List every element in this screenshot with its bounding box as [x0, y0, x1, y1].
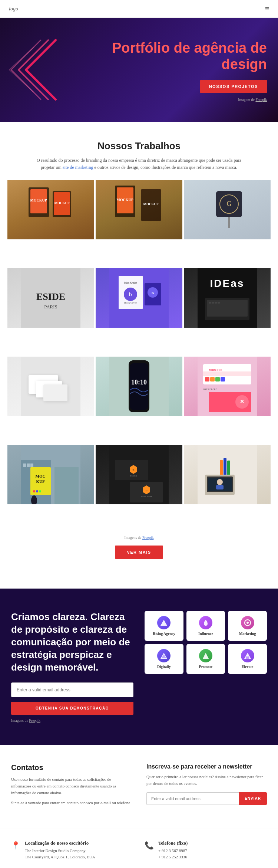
svg-text:Book Cover: Book Cover: [124, 301, 137, 304]
svg-text:JOHN DOE: JOHN DOE: [209, 369, 222, 371]
svg-point-65: [39, 490, 41, 492]
svg-text:D: D: [145, 489, 147, 492]
svg-rect-86: [216, 485, 224, 489]
demo-email-input[interactable]: [11, 682, 133, 697]
hex-cards-svg: D DESIGN D MARK NAME: [109, 445, 169, 504]
svg-rect-47: [205, 377, 209, 381]
logo-card-elevate[interactable]: Elevate: [228, 644, 267, 674]
nossos-projetos-button[interactable]: NOSSOS PROJETOS: [200, 80, 267, 93]
hero-title: Portfólio de agência de design: [67, 40, 267, 72]
location-title: Localização do nosso escritório: [25, 840, 95, 846]
ideas-svg: IDEas: [198, 268, 257, 328]
works-section: Nossos Trabalhos O resultado do processo…: [0, 122, 278, 589]
portfolio-item-desk[interactable]: [184, 445, 271, 532]
svg-text:b: b: [129, 292, 132, 297]
svg-rect-32: [215, 302, 217, 304]
hero-section: Portfólio de agência de design NOSSOS PR…: [0, 18, 278, 122]
phone-number-1: + 912 3 567 8987: [158, 848, 188, 854]
svg-rect-41: [130, 363, 148, 410]
hero-credit-link[interactable]: Freepik: [255, 98, 267, 102]
clarity-title: Criamos clareza. Clareza de propósito e …: [11, 611, 133, 674]
digitally-svg: [160, 652, 168, 660]
eside-svg: ESIDE PARIS: [21, 268, 80, 328]
svg-rect-58: [27, 464, 30, 467]
portfolio-item-biz-cards[interactable]: JOHN DOE GRE COLORE ✕: [184, 357, 271, 443]
location-address-1: The Interior Design Studio Company: [25, 848, 95, 854]
svg-rect-50: [221, 377, 225, 381]
digitally-label: Digitally: [157, 665, 171, 669]
svg-rect-31: [212, 302, 214, 304]
freepik-clarity-link[interactable]: Freepik: [29, 718, 40, 723]
contacts-right: Inscreva-se para receber a newsletter Qu…: [146, 763, 267, 810]
svg-rect-67: [54, 467, 79, 504]
food-mockup-svg-1: MOCKUP MOCKUP: [21, 180, 80, 239]
svg-text:MARK NAME: MARK NAME: [141, 495, 152, 497]
marketing-svg: [244, 619, 252, 627]
ver-mais-button[interactable]: VER MAIS: [115, 546, 163, 559]
phone-mockup-svg: 10:10: [109, 357, 169, 416]
logo-card-influence[interactable]: Influence: [186, 611, 225, 641]
logo-card-rising[interactable]: Rising Agency: [145, 611, 183, 641]
portfolio-item-eside[interactable]: ESIDE PARIS: [7, 268, 94, 355]
portfolio-item-food-2[interactable]: MOCKUP MOCKUP: [96, 180, 182, 267]
portfolio-item-ideas[interactable]: IDEas: [184, 268, 271, 355]
newsletter-form: ENVIAR: [146, 792, 267, 805]
svg-rect-38: [43, 384, 67, 401]
hero-content: Portfólio de agência de design NOSSOS PR…: [67, 40, 267, 102]
newsletter-email-input[interactable]: [146, 792, 239, 805]
svg-text:GRE COLORE: GRE COLORE: [203, 388, 217, 390]
biz-cards-svg: JOHN DOE GRE COLORE ✕: [198, 357, 257, 416]
clarity-credit: Imagens de Freepik: [11, 718, 133, 723]
phone-number-2: + 912 5 252 3336: [158, 854, 188, 861]
portfolio-item-white-cards[interactable]: [7, 357, 94, 443]
promote-icon: [199, 649, 212, 662]
portfolio-item-food-1[interactable]: MOCKUP MOCKUP: [7, 180, 94, 267]
contacts-left: Contatos Use nosso formulário de contato…: [11, 763, 132, 810]
location-content: Localização do nosso escritório The Inte…: [25, 840, 95, 861]
clarity-right: Rising Agency Influence Marketing: [145, 611, 267, 674]
svg-text:MOC: MOC: [36, 474, 46, 478]
works-description: O resultado do processo de branding da n…: [35, 157, 243, 171]
svg-text:MOCKUP: MOCKUP: [143, 202, 159, 206]
logo-card-marketing[interactable]: Marketing: [228, 611, 267, 641]
phone-title: Telefone (fixo): [158, 840, 188, 846]
marketing-link[interactable]: site de marketing: [63, 165, 93, 170]
digitally-icon: [157, 649, 171, 662]
svg-rect-49: [215, 377, 220, 381]
portfolio-item-phone[interactable]: 10:10: [96, 357, 182, 443]
svg-rect-14: [228, 217, 230, 228]
logo-card-promote[interactable]: Promote: [186, 644, 225, 674]
svg-text:PARIS: PARIS: [44, 304, 57, 309]
logo-card-digitally[interactable]: Digitally: [145, 644, 183, 674]
demo-button[interactable]: OBTENHA SUA DEMONSTRAÇÃO: [11, 702, 133, 715]
svg-point-63: [33, 490, 35, 492]
hero-arrows-decoration: [0, 18, 74, 122]
svg-text:DESIGN: DESIGN: [130, 475, 137, 477]
portfolio-item-book[interactable]: John Smith b Book Cover b: [96, 268, 182, 355]
influence-icon: [199, 616, 212, 629]
svg-rect-33: [218, 302, 220, 304]
desk-mockup-svg: [198, 445, 257, 504]
portfolio-item-poster[interactable]: MOC KUP: [7, 445, 94, 532]
white-cards-svg: [21, 357, 80, 416]
menu-icon[interactable]: ≡: [265, 4, 269, 13]
svg-point-89: [246, 622, 249, 624]
contacts-desc-2: Sinta-se à vontade para entrar em contat…: [11, 800, 132, 806]
newsletter-title: Inscreva-se para receber a newsletter: [146, 763, 267, 770]
freepik-link[interactable]: Freepik: [142, 535, 154, 540]
newsletter-send-button[interactable]: ENVIAR: [239, 792, 267, 805]
site-header: logo ≡: [0, 0, 278, 18]
contacts-section: Contatos Use nosso formulário de contato…: [0, 745, 278, 828]
svg-text:ESIDE: ESIDE: [36, 291, 65, 302]
rising-label: Rising Agency: [153, 632, 175, 636]
portfolio-item-sign[interactable]: G: [184, 180, 271, 267]
elevate-icon: [241, 649, 254, 662]
sign-mockup-svg: G: [198, 180, 257, 239]
svg-text:✕: ✕: [240, 399, 244, 404]
grid-credit: Imagens de Freepik: [7, 535, 271, 540]
svg-text:D: D: [132, 469, 134, 472]
svg-text:KUP: KUP: [36, 479, 45, 484]
portfolio-item-hex-cards[interactable]: D DESIGN D MARK NAME: [96, 445, 182, 532]
clarity-section: Criamos clareza. Clareza de propósito e …: [0, 589, 278, 745]
works-title: Nossos Trabalhos: [7, 140, 271, 152]
